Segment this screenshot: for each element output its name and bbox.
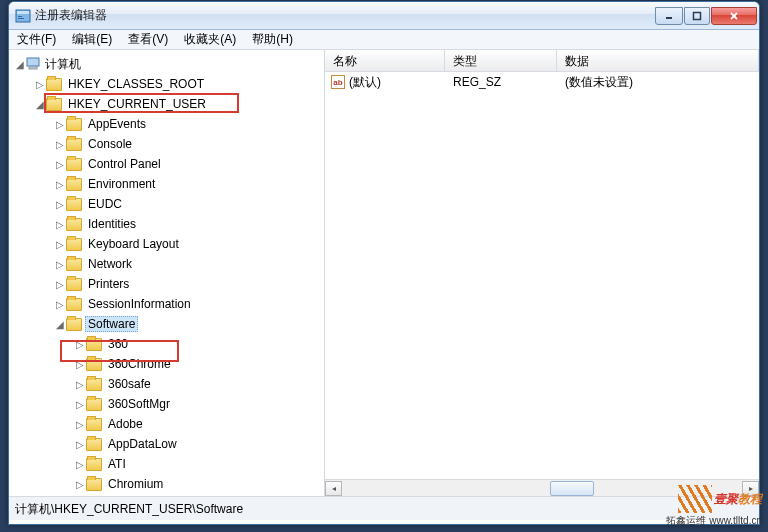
menu-file[interactable]: 文件(F) <box>9 29 64 50</box>
tree-item[interactable]: ▷Console <box>9 134 324 154</box>
tree-label[interactable]: Adobe <box>105 416 146 432</box>
expand-toggle[interactable]: ▷ <box>73 359 86 370</box>
tree-label[interactable]: 360safe <box>105 376 154 392</box>
tree-label[interactable]: Chromium <box>105 476 166 492</box>
tree-item[interactable]: ▷Printers <box>9 274 324 294</box>
expand-toggle[interactable]: ▷ <box>73 379 86 390</box>
expand-toggle[interactable]: ▷ <box>73 459 86 470</box>
expand-toggle[interactable]: ▷ <box>53 259 66 270</box>
tree-item[interactable]: ▷360 <box>9 334 324 354</box>
tree-item[interactable]: ▷Network <box>9 254 324 274</box>
menu-edit[interactable]: 编辑(E) <box>64 29 120 50</box>
expand-toggle[interactable]: ▷ <box>73 479 86 490</box>
expand-toggle[interactable]: ▷ <box>53 119 66 130</box>
tree-item[interactable]: ▷AppEvents <box>9 114 324 134</box>
tree-label[interactable]: Environment <box>85 176 158 192</box>
expand-toggle[interactable]: ▷ <box>73 419 86 430</box>
col-type[interactable]: 类型 <box>445 50 557 71</box>
tree-item-hkcu[interactable]: ◢ HKEY_CURRENT_USER <box>9 94 324 114</box>
tree-item[interactable]: ▷Identities <box>9 214 324 234</box>
tree-pane[interactable]: ◢ 计算机 ▷ HKEY_CLASSES_ROOT ◢ HKEY_CURRENT… <box>9 50 325 496</box>
menubar: 文件(F) 编辑(E) 查看(V) 收藏夹(A) 帮助(H) <box>9 30 759 50</box>
folder-icon <box>66 258 82 271</box>
tree-label[interactable]: 360 <box>105 336 131 352</box>
menu-view[interactable]: 查看(V) <box>120 29 176 50</box>
tree-label[interactable]: SessionInformation <box>85 296 194 312</box>
tree-item[interactable]: ▷AppDataLow <box>9 434 324 454</box>
expand-toggle[interactable]: ▷ <box>53 159 66 170</box>
tree-item[interactable]: ◢Software <box>9 314 324 334</box>
computer-icon <box>26 57 42 71</box>
minimize-button[interactable] <box>655 7 683 25</box>
tree-item[interactable]: ▷360SoftMgr <box>9 394 324 414</box>
expand-toggle[interactable]: ▷ <box>53 179 66 190</box>
folder-icon <box>86 478 102 491</box>
tree-label[interactable]: Control Panel <box>85 156 164 172</box>
tree-item[interactable]: ▷Chromium <box>9 474 324 494</box>
expand-toggle[interactable]: ▷ <box>53 199 66 210</box>
app-icon <box>15 8 31 24</box>
folder-icon <box>66 158 82 171</box>
col-data[interactable]: 数据 <box>557 50 759 71</box>
tree-label[interactable]: Network <box>85 256 135 272</box>
expand-toggle[interactable]: ▷ <box>53 219 66 230</box>
folder-icon <box>66 218 82 231</box>
expand-toggle[interactable]: ◢ <box>13 59 26 70</box>
svg-rect-2 <box>18 16 22 17</box>
tree-item[interactable]: ▷Environment <box>9 174 324 194</box>
expand-toggle[interactable]: ◢ <box>53 319 66 330</box>
client-area: ◢ 计算机 ▷ HKEY_CLASSES_ROOT ◢ HKEY_CURRENT… <box>9 50 759 496</box>
tree-root[interactable]: ◢ 计算机 <box>9 54 324 74</box>
folder-icon <box>86 338 102 351</box>
tree-label[interactable]: HKEY_CURRENT_USER <box>65 96 209 112</box>
tree-label[interactable]: Printers <box>85 276 132 292</box>
titlebar[interactable]: 注册表编辑器 <box>9 2 759 30</box>
expand-toggle[interactable]: ◢ <box>33 99 46 110</box>
tree-label[interactable]: AppEvents <box>85 116 149 132</box>
expand-toggle[interactable]: ▷ <box>53 299 66 310</box>
tree-item[interactable]: ▷360safe <box>9 374 324 394</box>
tree-label[interactable]: HKEY_CLASSES_ROOT <box>65 76 207 92</box>
tree-label[interactable]: 360Chrome <box>105 356 174 372</box>
tree-label[interactable]: AppDataLow <box>105 436 180 452</box>
svg-rect-5 <box>694 12 701 19</box>
tree-label[interactable]: Identities <box>85 216 139 232</box>
list-row[interactable]: ab (默认) REG_SZ (数值未设置) <box>325 72 759 92</box>
menu-help[interactable]: 帮助(H) <box>244 29 301 50</box>
tree-item[interactable]: ▷360Chrome <box>9 354 324 374</box>
expand-toggle[interactable]: ▷ <box>73 439 86 450</box>
maximize-button[interactable] <box>684 7 710 25</box>
tree-label[interactable]: Console <box>85 136 135 152</box>
watermark-stripes-icon <box>678 485 712 513</box>
menu-favorites[interactable]: 收藏夹(A) <box>176 29 244 50</box>
tree-label[interactable]: 计算机 <box>42 55 84 74</box>
status-path: 计算机\HKEY_CURRENT_USER\Software <box>15 502 243 516</box>
list-body[interactable]: ab (默认) REG_SZ (数值未设置) <box>325 72 759 479</box>
tree-item[interactable]: ▷Keyboard Layout <box>9 234 324 254</box>
tree-item[interactable]: ▷Adobe <box>9 414 324 434</box>
tree-item[interactable]: ▷Control Panel <box>9 154 324 174</box>
expand-toggle[interactable]: ▷ <box>73 399 86 410</box>
expand-toggle[interactable]: ▷ <box>33 79 46 90</box>
tree-item[interactable]: ▷EUDC <box>9 194 324 214</box>
tree-label[interactable]: EUDC <box>85 196 125 212</box>
tree-label[interactable]: ATI <box>105 456 129 472</box>
tree-label[interactable]: 360SoftMgr <box>105 396 173 412</box>
scroll-thumb[interactable] <box>550 481 594 496</box>
tree-label[interactable]: Software <box>85 316 138 332</box>
expand-toggle[interactable]: ▷ <box>53 139 66 150</box>
tree-label[interactable]: Keyboard Layout <box>85 236 182 252</box>
expand-toggle[interactable]: ▷ <box>53 279 66 290</box>
svg-rect-9 <box>29 67 37 69</box>
tree-item[interactable]: ▷SessionInformation <box>9 294 324 314</box>
scroll-left-button[interactable]: ◂ <box>325 481 342 496</box>
folder-icon <box>66 318 82 331</box>
folder-icon <box>46 98 62 111</box>
tree-item[interactable]: ▷ATI <box>9 454 324 474</box>
folder-icon <box>46 78 62 91</box>
col-name[interactable]: 名称 <box>325 50 445 71</box>
tree-item-hkcr[interactable]: ▷ HKEY_CLASSES_ROOT <box>9 74 324 94</box>
expand-toggle[interactable]: ▷ <box>73 339 86 350</box>
close-button[interactable] <box>711 7 757 25</box>
expand-toggle[interactable]: ▷ <box>53 239 66 250</box>
